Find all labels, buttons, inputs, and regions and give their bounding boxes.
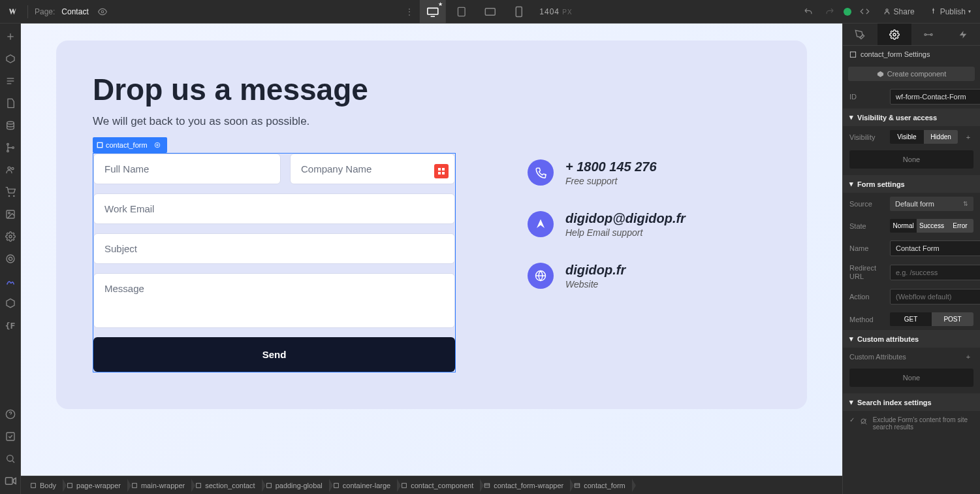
pages-icon[interactable]: [4, 52, 17, 65]
state-normal-button[interactable]: Normal: [890, 219, 917, 233]
info-phone: + 1800 145 276Free support: [528, 159, 686, 186]
assets-icon[interactable]: [4, 208, 17, 221]
subject-field[interactable]: Subject: [93, 233, 455, 264]
svg-point-58: [861, 419, 866, 423]
state-error-button[interactable]: Error: [947, 219, 973, 233]
audit-warning-icon[interactable]: [434, 164, 449, 178]
search-index-section-header[interactable]: ▾ Search index settings: [843, 393, 980, 411]
visibility-label: Visibility: [849, 133, 885, 141]
redirect-url-input[interactable]: [890, 265, 980, 280]
add-element-icon[interactable]: [4, 30, 17, 43]
svg-point-13: [7, 143, 8, 145]
svg-point-15: [12, 147, 14, 149]
svg-line-28: [12, 461, 14, 463]
action-input[interactable]: [890, 289, 980, 305]
action-label: Action: [849, 293, 885, 301]
svg-rect-46: [402, 483, 407, 487]
code-icon[interactable]: [858, 5, 872, 19]
breadcrumb-item[interactable]: section_contact: [191, 476, 261, 494]
device-tablet-landscape-icon[interactable]: [477, 0, 503, 24]
cms-icon[interactable]: [4, 119, 17, 132]
settings-icon[interactable]: [4, 230, 17, 243]
state-success-button[interactable]: Success: [917, 219, 947, 233]
add-attribute-icon[interactable]: +: [963, 352, 973, 362]
apps-icon[interactable]: [4, 252, 17, 265]
contact-form-outline[interactable]: Full Name Company Name Work Email Subjec…: [93, 153, 456, 372]
redirect-url-label: Redirect URL: [849, 264, 885, 281]
source-select[interactable]: Default form⇅: [890, 197, 973, 211]
create-component-button[interactable]: Create component: [848, 67, 975, 81]
more-vertical-icon[interactable]: ⋮: [402, 5, 417, 19]
full-name-field[interactable]: Full Name: [93, 154, 281, 184]
svg-point-27: [7, 455, 12, 461]
send-icon: [528, 211, 554, 237]
custom-attributes-section-header[interactable]: ▾ Custom attributes: [843, 330, 980, 348]
form-name-input[interactable]: [890, 240, 980, 256]
design-canvas[interactable]: Drop us a message We will get back to yo…: [21, 24, 842, 476]
interactions-tab-icon[interactable]: [911, 24, 946, 45]
source-label: Source: [849, 200, 885, 208]
publish-button[interactable]: Publish ▾: [925, 5, 975, 19]
method-get-button[interactable]: GET: [890, 312, 932, 326]
visibility-hidden-button[interactable]: Hidden: [924, 130, 958, 144]
visibility-section-header[interactable]: ▾ Visibility & user access: [843, 108, 980, 126]
element-settings-gear-icon[interactable]: [151, 139, 163, 151]
ecommerce-icon[interactable]: [4, 186, 17, 199]
id-input[interactable]: [890, 89, 980, 105]
webflow-logo-icon[interactable]: [5, 4, 21, 20]
breadcrumb-item[interactable]: Body: [26, 476, 63, 494]
svg-point-52: [925, 33, 926, 35]
page-icon[interactable]: [4, 97, 17, 110]
checklist-icon[interactable]: [4, 430, 17, 443]
page-name[interactable]: Contact: [61, 7, 88, 16]
share-button[interactable]: Share: [879, 5, 919, 19]
visibility-visible-button[interactable]: Visible: [890, 130, 924, 144]
message-field[interactable]: Message: [93, 273, 455, 328]
help-icon[interactable]: [4, 408, 17, 421]
method-post-button[interactable]: POST: [932, 312, 973, 326]
breadcrumb-item[interactable]: contact_form: [570, 476, 632, 494]
breadcrumb-item[interactable]: container-large: [329, 476, 397, 494]
form-settings-section-header[interactable]: ▾ Form settings: [843, 175, 980, 193]
breadcrumb-item[interactable]: padding-global: [262, 476, 329, 494]
style-tab-icon[interactable]: [843, 24, 877, 45]
preview-eye-icon[interactable]: [95, 5, 110, 19]
video-icon[interactable]: [4, 474, 17, 487]
device-mobile-icon[interactable]: [505, 0, 531, 24]
svg-rect-26: [7, 433, 14, 440]
svg-rect-3: [458, 7, 465, 16]
breadcrumb-item[interactable]: contact_form-wrapper: [480, 476, 570, 494]
breadcrumb-item[interactable]: contact_component: [397, 476, 480, 494]
search-exclude-icon: [860, 416, 868, 427]
search-icon[interactable]: [4, 452, 17, 465]
svg-line-59: [865, 423, 866, 425]
breadcrumb-item[interactable]: main-wrapper: [127, 476, 191, 494]
settings-tab-icon[interactable]: [877, 24, 912, 45]
company-name-field[interactable]: Company Name: [290, 154, 455, 184]
variables-icon[interactable]: [4, 297, 17, 310]
breadcrumb-bar: Bodypage-wrappermain-wrappersection_cont…: [21, 476, 842, 494]
svg-point-16: [8, 167, 10, 169]
users-icon[interactable]: [4, 163, 17, 176]
divider: [27, 5, 28, 18]
audit-icon[interactable]: [4, 274, 17, 288]
finsweet-icon[interactable]: {F: [4, 319, 17, 332]
breadcrumb-item[interactable]: page-wrapper: [63, 476, 127, 494]
navigator-icon[interactable]: [4, 74, 17, 88]
add-visibility-icon[interactable]: +: [963, 132, 973, 142]
work-email-field[interactable]: Work Email: [93, 193, 455, 224]
settings-panel: contact_form Settings Create component I…: [842, 24, 980, 494]
effects-tab-icon[interactable]: [946, 24, 981, 45]
device-tablet-icon[interactable]: [448, 0, 474, 24]
logic-icon[interactable]: [4, 141, 17, 154]
status-dot-icon[interactable]: [844, 8, 851, 16]
svg-point-22: [9, 235, 12, 238]
device-desktop-icon[interactable]: [419, 0, 445, 24]
undo-icon[interactable]: [802, 5, 816, 19]
exclude-search-toggle[interactable]: ✓ Exclude Form's content from site searc…: [843, 411, 980, 436]
send-button[interactable]: Send: [93, 337, 455, 372]
svg-rect-47: [484, 484, 490, 487]
redo-icon[interactable]: [823, 5, 837, 19]
svg-marker-55: [960, 31, 967, 39]
selected-element-tag[interactable]: contact_form: [93, 137, 167, 153]
